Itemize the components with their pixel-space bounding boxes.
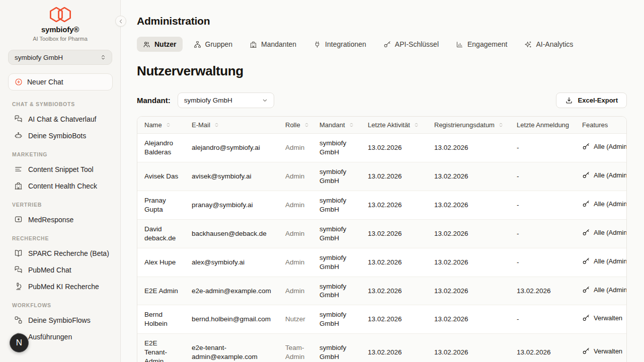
sidebar-item-medresponse[interactable]: MedResponse	[0, 211, 120, 228]
tab-label: Mandanten	[261, 40, 296, 48]
sidebar-collapse-button[interactable]	[115, 16, 126, 27]
column-header-mandant[interactable]: Mandant	[312, 117, 361, 134]
cell-letzte-aktivitaet: 13.02.2026	[361, 277, 427, 305]
tab-engagement[interactable]: Engagement	[450, 37, 513, 52]
new-chat-label: Neuer Chat	[27, 78, 63, 86]
cell-registrierungsdatum: 13.02.2026	[427, 219, 510, 248]
tab-integrationen[interactable]: Integrationen	[307, 37, 372, 52]
symbiofy-logo-icon	[50, 7, 71, 22]
cell-mandant: symbiofy GmbH	[312, 277, 361, 305]
cell-name: Pranay Gupta	[137, 191, 185, 219]
table-row[interactable]: Bernd Holbein bernd.holbein@gmail.com Nu…	[137, 305, 626, 334]
section-title-recherche: RECHERCHE	[0, 228, 120, 245]
cell-registrierungsdatum: 13.02.2026	[427, 334, 510, 362]
table-row[interactable]: Alex Hupe alex@symbiofy.ai Admin symbiof…	[137, 248, 626, 277]
sort-icon	[413, 122, 420, 128]
cell-name: Alex Hupe	[137, 248, 185, 277]
cell-features: Alle (Admin)	[575, 248, 626, 277]
main-content: Administration Nutzer Gruppen Mandanten …	[121, 0, 644, 362]
cell-letzte-anmeldung: -	[510, 219, 575, 248]
table-row[interactable]: Avisek Das avisek@symbiofy.ai Admin symb…	[137, 162, 626, 191]
column-header-letzte-anmeldung: Letzte Anmeldung	[510, 117, 575, 134]
section-title-marketing: MARKETING	[0, 144, 120, 161]
user-table: Name E-Mail Rolle Mandant Letzte Aktivit…	[137, 116, 627, 362]
table-row[interactable]: E2E Tenant-Admin e2e-tenant-admin@exampl…	[137, 334, 626, 362]
cell-mandant: symbiofy GmbH	[312, 248, 361, 277]
table-row[interactable]: E2E Admin e2e-admin@example.com Admin sy…	[137, 277, 626, 305]
cell-registrierungsdatum: 13.02.2026	[427, 277, 510, 305]
sidebar-item-content-snippet[interactable]: Content Snippet Tool	[0, 161, 120, 177]
mandant-select[interactable]: symbiofy GmbH	[178, 93, 274, 108]
chevrons-up-down-icon	[100, 54, 107, 61]
cell-letzte-aktivitaet: 13.02.2026	[361, 248, 427, 277]
key-icon	[582, 143, 590, 150]
column-header-letzte-aktivitaet[interactable]: Letzte Aktivität	[361, 117, 427, 134]
sidebar-item-label: Ausführungen	[28, 333, 72, 341]
sidebar-item-pubmed-ki[interactable]: PubMed KI Recherche	[0, 278, 120, 295]
section-title-chat: CHAT & SYMBIOBOTS	[0, 94, 120, 111]
sidebar-item-symbioflows[interactable]: Deine SymbioFlows	[0, 312, 120, 328]
cell-role: Admin	[278, 219, 312, 248]
features-button[interactable]: Verwalten	[582, 314, 622, 322]
column-header-name[interactable]: Name	[137, 117, 185, 134]
tab-label: Integrationen	[325, 40, 366, 48]
cell-registrierungsdatum: 13.02.2026	[427, 162, 510, 191]
cell-mandant: symbiofy GmbH	[312, 134, 361, 162]
features-button[interactable]: Verwalten	[582, 347, 622, 355]
sidebar-item-symbiobots[interactable]: Deine SymbioBots	[0, 127, 120, 144]
sidebar-item-label: MedResponse	[28, 216, 73, 224]
cell-name: Alejandro Balderas	[137, 134, 185, 162]
features-label: Alle (Admin)	[594, 143, 627, 150]
table-row[interactable]: David deback.de backhausen@deback.de Adm…	[137, 219, 626, 248]
features-button[interactable]: Alle (Admin)	[582, 171, 627, 179]
tab-gruppen[interactable]: Gruppen	[188, 37, 238, 52]
sparkles-icon	[524, 41, 532, 48]
features-button[interactable]: Alle (Admin)	[582, 229, 627, 236]
chat-bubbles-icon	[14, 115, 23, 123]
sidebar-item-pubmed-chat[interactable]: PubMed Chat	[0, 261, 120, 278]
features-label: Verwalten	[594, 347, 622, 355]
bot-icon	[14, 131, 23, 140]
key-icon	[582, 286, 590, 294]
sort-icon	[498, 122, 504, 128]
cell-letzte-anmeldung: -	[510, 162, 575, 191]
dev-indicator-badge[interactable]: N	[10, 333, 29, 352]
features-button[interactable]: Alle (Admin)	[582, 143, 627, 150]
tab-ai-analytics[interactable]: AI-Analytics	[518, 37, 579, 52]
cell-features: Alle (Admin)	[575, 134, 626, 162]
plug-icon	[313, 41, 321, 48]
sort-icon	[348, 122, 355, 128]
tab-nutzer[interactable]: Nutzer	[137, 37, 183, 52]
section-title: Nutzerverwaltung	[137, 63, 627, 79]
cell-role: Admin	[278, 277, 312, 305]
column-header-email[interactable]: E-Mail	[185, 117, 278, 134]
brand-name: symbiofy®	[0, 25, 120, 34]
cell-letzte-aktivitaet: 13.02.2026	[361, 162, 427, 191]
cell-registrierungsdatum: 13.02.2026	[427, 248, 510, 277]
cell-features: Alle (Admin)	[575, 162, 626, 191]
excel-export-label: Excel-Export	[578, 97, 618, 104]
excel-export-button[interactable]: Excel-Export	[556, 93, 627, 108]
features-button[interactable]: Alle (Admin)	[582, 257, 627, 265]
sidebar-tenant-select[interactable]: symbiofy GmbH	[8, 50, 112, 65]
sidebar-item-ai-chat[interactable]: AI Chat & Chatverlauf	[0, 111, 120, 127]
features-button[interactable]: Alle (Admin)	[582, 286, 627, 294]
sidebar-item-content-health[interactable]: Content Health Check	[0, 177, 120, 194]
chevron-left-icon	[118, 18, 124, 25]
sidebar-item-label: Content Health Check	[28, 182, 97, 190]
cell-email: avisek@symbiofy.ai	[185, 162, 278, 191]
key-icon	[582, 257, 590, 265]
column-header-registrierungsdatum[interactable]: Registrierungsdatum	[427, 117, 510, 134]
cell-letzte-aktivitaet: 13.02.2026	[361, 219, 427, 248]
tab-mandanten[interactable]: Mandanten	[244, 37, 302, 52]
column-header-rolle[interactable]: Rolle	[278, 117, 312, 134]
cell-name: E2E Tenant-Admin	[137, 334, 185, 362]
cell-role: Admin	[278, 248, 312, 277]
new-chat-button[interactable]: Neuer Chat	[8, 73, 113, 90]
sidebar-item-sparc[interactable]: SPARC Recherche (Beta)	[0, 245, 120, 261]
table-row[interactable]: Alejandro Balderas alejandro@symbiofy.ai…	[137, 134, 626, 162]
tab-api-schluessel[interactable]: API-Schlüssel	[377, 37, 445, 52]
cell-role: Nutzer	[278, 305, 312, 334]
features-button[interactable]: Alle (Admin)	[582, 200, 627, 208]
table-row[interactable]: Pranay Gupta pranay@symbiofy.ai Admin sy…	[137, 191, 626, 219]
